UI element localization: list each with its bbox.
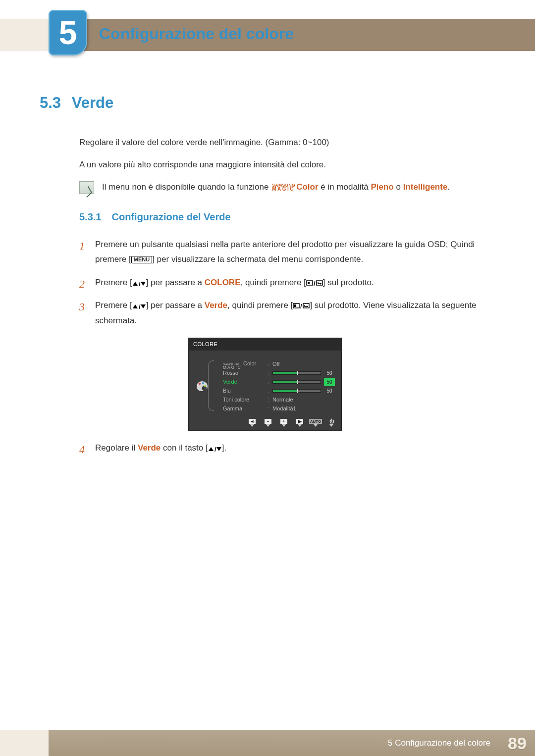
svg-marker-16 [209, 447, 214, 451]
step-1: 1 Premere un pulsante qualsiasi nella pa… [79, 237, 495, 267]
slider [272, 371, 321, 375]
source-enter-icon: / [306, 278, 323, 287]
osd-row-toni: Toni colore : Normale [223, 395, 335, 404]
step2-target: COLORE [205, 278, 241, 287]
up-down-icon: / [132, 278, 146, 287]
step3-b: ] per passare a [146, 301, 205, 310]
footer-gutter [0, 730, 49, 756]
nav-minus-icon: − [263, 419, 273, 427]
up-down-icon: / [132, 301, 146, 310]
chapter-tab: 5 [49, 10, 87, 55]
osd-value-text: Normale [272, 395, 293, 404]
svg-rect-12 [294, 304, 296, 307]
source-enter-icon: / [293, 301, 310, 310]
chapter-number: 5 [59, 14, 77, 51]
osd-list: SAMSUNG MAGIC Color : Off Rosso : [223, 359, 335, 413]
nav-auto-label: AUTO [309, 419, 322, 424]
colon: : [268, 359, 269, 369]
note-block: Il menu non è disponibile quando la funz… [79, 180, 495, 195]
osd-value: 50 [272, 369, 335, 377]
svg-text:/: / [314, 280, 316, 287]
osd-value-text: Off [272, 359, 279, 369]
osd-label: Toni colore [223, 395, 265, 404]
colon: : [268, 368, 269, 378]
svg-rect-4 [308, 282, 310, 284]
footer-text: 5 Configurazione del colore [388, 738, 490, 748]
footer-page-wrap: 89 [499, 730, 535, 756]
steps-list-cont: 4 Regolare il Verde con il tasto [/]. [79, 441, 495, 456]
section-p2: A un valore più alto corrisponde una mag… [79, 158, 495, 172]
step3-target: Verde [205, 301, 227, 310]
osd-value-num: 50 [324, 378, 335, 386]
note-mode2: Intelligente [403, 182, 448, 192]
step4-target: Verde [138, 443, 160, 453]
step-number: 3 [79, 297, 85, 317]
step4-b: con il tasto [ [160, 443, 208, 453]
osd-label: Verde [223, 377, 265, 387]
osd-label: Blu [223, 386, 265, 396]
note-end: . [447, 182, 450, 192]
osd-label-suffix: Color [242, 360, 256, 366]
note-text: Il menu non è disponibile quando la funz… [102, 180, 495, 195]
note-icon [79, 181, 94, 194]
osd-row-verde: Verde : 50 [223, 377, 335, 386]
steps-list: 1 Premere un pulsante qualsiasi nella pa… [79, 237, 495, 329]
svg-marker-15 [307, 305, 308, 307]
osd-row-magiccolor: SAMSUNG MAGIC Color : Off [223, 359, 335, 368]
palette-icon [197, 381, 208, 391]
step1-b: ] per visualizzare la schermata del menu… [152, 254, 363, 264]
osd-row-blu: Blu : 50 [223, 386, 335, 395]
step-number: 1 [79, 236, 85, 256]
osd-label: Rosso [223, 368, 265, 378]
slider [272, 389, 321, 393]
brand-word: Color [296, 182, 318, 192]
svg-text:/: / [139, 281, 141, 287]
step-number: 2 [79, 274, 85, 294]
svg-text:/: / [214, 446, 216, 452]
osd-nav: ◄ − + ▶ AUTO ⏻ [188, 418, 342, 428]
svg-text:/: / [300, 302, 302, 309]
slider [272, 380, 321, 384]
step2-b: ] per passare a [146, 278, 205, 287]
step4-c: ]. [222, 443, 226, 453]
svg-text:/: / [139, 303, 141, 309]
colon: : [268, 395, 269, 404]
note-pre: Il menu non è disponibile quando la funz… [102, 182, 271, 192]
osd-panel: COLORE SAMSUNG MAGIC [188, 338, 342, 431]
osd-title: COLORE [188, 338, 342, 351]
step-number: 4 [79, 440, 85, 459]
note-mid: è in modalità [321, 182, 371, 192]
footer-text-wrap: 5 Configurazione del colore [49, 730, 499, 756]
osd-value-num: 50 [324, 369, 335, 377]
nav-plus-icon: + [278, 419, 289, 427]
svg-marker-18 [216, 447, 221, 451]
colon: : [268, 386, 269, 396]
osd-value-num: 50 [324, 387, 335, 395]
step2-c: , quindi premere [ [241, 278, 306, 287]
step-4: 4 Regolare il Verde con il tasto [/]. [79, 441, 495, 456]
osd-value: Modalità1 [272, 404, 335, 413]
subsection-number: 5.3.1 [79, 208, 109, 225]
osd-value-text: Modalità1 [272, 404, 296, 413]
osd-value: 50 [272, 378, 335, 386]
svg-marker-2 [141, 282, 146, 286]
osd-row-gamma: Gamma : Modalità1 [223, 404, 335, 413]
brand-bot: MAGIC [272, 187, 295, 191]
step3-c: , quindi premere [ [227, 301, 293, 310]
nav-back-icon: ◄ [247, 419, 258, 427]
up-down-icon: / [208, 443, 222, 453]
svg-rect-14 [303, 303, 309, 308]
svg-marker-10 [141, 304, 146, 308]
step3-a: Premere [ [95, 301, 132, 310]
nav-auto: AUTO [310, 419, 321, 427]
osd-value: Off [272, 359, 335, 369]
step2-a: Premere [ [95, 278, 132, 287]
osd-value: Normale [272, 395, 335, 404]
footer-page: 89 [508, 734, 527, 753]
section-number: 5.3 [40, 94, 69, 112]
step4-a: Regolare il [95, 443, 138, 453]
colon: : [268, 377, 269, 387]
note-or: o [396, 182, 403, 192]
menu-button-label: MENU [131, 256, 152, 263]
osd-figure: COLORE SAMSUNG MAGIC [188, 338, 342, 431]
